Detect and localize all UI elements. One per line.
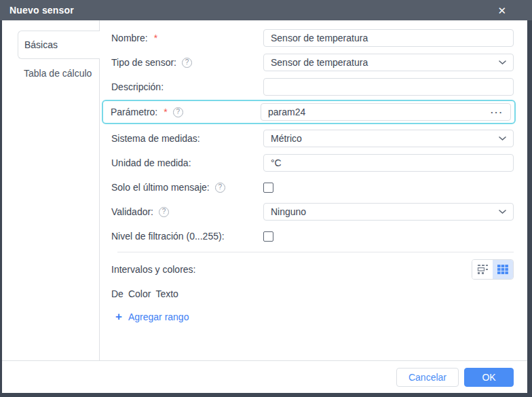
row-intervalos: Intervalos y colores: (111, 259, 514, 280)
row-tipo-sensor: Tipo de sensor: ? Sensor de temperatura (111, 54, 514, 71)
row-nombre: Nombre:* (111, 29, 514, 47)
more-options-icon[interactable]: ··· (491, 108, 504, 117)
intervals-view-button[interactable] (472, 260, 493, 279)
ultimo-mensaje-label: Solo el último mensaje: (111, 182, 210, 193)
tipo-sensor-value: Sensor de temperatura (271, 57, 368, 68)
validador-value: Ninguno (271, 206, 306, 217)
tab-basicas[interactable]: Básicas (18, 31, 100, 59)
row-ultimo-mensaje: Solo el último mensaje: ? (111, 178, 514, 196)
tabs-sidebar: Básicas Tabla de cálculo (2, 20, 100, 360)
range-header-texto: Texto (155, 288, 178, 299)
view-toggle-group (472, 259, 514, 280)
chevron-down-icon (499, 60, 506, 65)
ultimo-mensaje-checkbox[interactable] (263, 183, 273, 193)
help-icon[interactable]: ? (182, 58, 192, 68)
unidad-medida-label: Unidad de medida: (111, 157, 191, 168)
plus-icon: + (115, 311, 122, 322)
filtracion-checkbox[interactable] (263, 231, 273, 242)
dialog-body: Básicas Tabla de cálculo Nombre:* (2, 20, 527, 393)
add-range-label: Agregar rango (128, 311, 189, 322)
sistema-medidas-value: Métrico (271, 133, 302, 144)
nombre-label: Nombre: (111, 33, 148, 43)
form-content: Nombre:* Tipo de sensor: ? Sensor de tem… (100, 20, 527, 360)
dialog-titlebar: Nuevo sensor ✕ (0, 0, 532, 20)
dialog-footer: Cancelar OK (2, 360, 527, 393)
table-view-button[interactable] (493, 260, 513, 279)
tipo-sensor-label: Tipo de sensor: (111, 57, 176, 68)
validador-label: Validador: (111, 206, 153, 217)
range-header-color: Color (128, 288, 151, 299)
help-icon[interactable]: ? (159, 207, 169, 217)
required-asterisk: * (154, 33, 157, 43)
new-sensor-dialog: Nuevo sensor ✕ Básicas Tabla de cálculo … (0, 0, 532, 397)
nombre-input[interactable] (263, 29, 514, 47)
range-header-de: De (111, 288, 124, 299)
parametro-input[interactable]: param24 ··· (261, 103, 511, 121)
row-parametro-highlighted: Parámetro:* ? param24 ··· (102, 100, 516, 124)
ok-button[interactable]: OK (464, 368, 514, 387)
help-icon[interactable]: ? (173, 107, 183, 117)
tab-tabla-de-calculo-label: Tabla de cálculo (24, 68, 92, 79)
row-sistema-medidas: Sistema de medidas: Métrico (111, 130, 514, 147)
dialog-title: Nuevo sensor (10, 5, 74, 16)
sistema-medidas-select[interactable]: Métrico (263, 130, 514, 147)
validador-select[interactable]: Ninguno (263, 203, 514, 221)
tipo-sensor-select[interactable]: Sensor de temperatura (263, 54, 514, 71)
unidad-medida-input[interactable] (263, 154, 514, 172)
range-table-headers: De Color Texto (111, 288, 514, 299)
intervalos-label: Intervalos y colores: (111, 264, 196, 275)
cancel-button[interactable]: Cancelar (396, 368, 459, 387)
close-icon[interactable]: ✕ (497, 5, 506, 16)
parametro-value: param24 (268, 107, 305, 117)
tab-basicas-label: Básicas (24, 39, 58, 50)
parametro-label: Parámetro: (111, 107, 157, 117)
row-filtracion: Nivel de filtración (0...255): (111, 227, 514, 245)
row-descripcion: Descripción: (111, 78, 514, 96)
intervals-icon (477, 265, 489, 274)
filtracion-label: Nivel de filtración (0...255): (111, 231, 225, 242)
table-grid-icon (497, 265, 508, 274)
section-divider (117, 252, 514, 252)
sistema-medidas-label: Sistema de medidas: (111, 133, 200, 144)
tab-tabla-de-calculo[interactable]: Tabla de cálculo (2, 59, 99, 88)
chevron-down-icon (499, 210, 506, 214)
row-validador: Validador: ? Ninguno (111, 203, 514, 221)
help-icon[interactable]: ? (215, 183, 225, 193)
row-unidad-medida: Unidad de medida: (111, 154, 514, 172)
add-range-link[interactable]: + Agregar rango (115, 311, 514, 322)
descripcion-label: Descripción: (111, 81, 164, 92)
descripcion-input[interactable] (263, 78, 514, 96)
required-asterisk: * (164, 107, 167, 117)
chevron-down-icon (499, 136, 506, 141)
